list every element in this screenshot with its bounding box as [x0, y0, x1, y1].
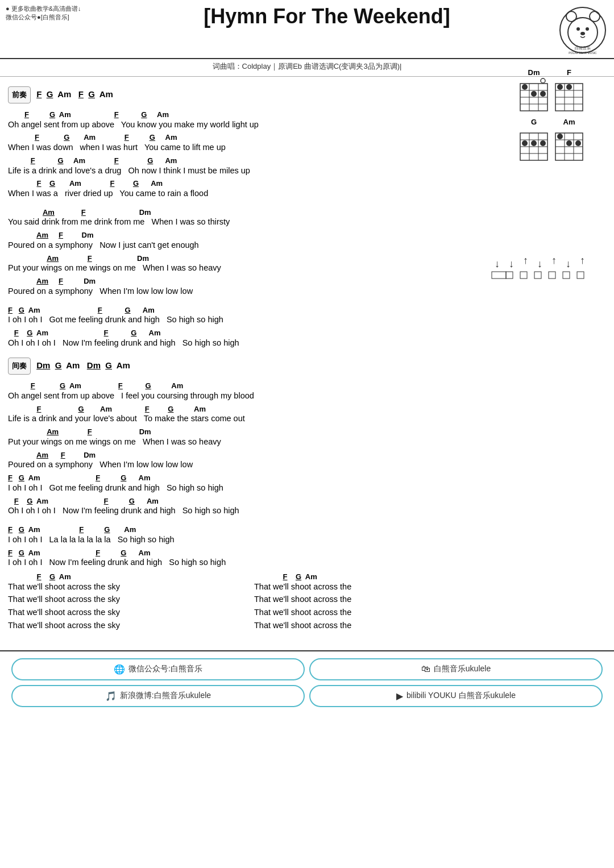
chorus-1-line-3: Am F Dm Put your wings on me wings on me…	[8, 254, 489, 273]
interlude-section: 间奏 Dm G Am Dm G Am	[8, 357, 489, 375]
svg-rect-57	[563, 272, 570, 279]
verse-2-line-6: F G Am F G Am Oh I oh I oh I Now I'm fee…	[8, 497, 489, 516]
verse-2-line-2: F G Am F G Am Life is a drink and your l…	[8, 405, 489, 424]
lyrics-line: I oh I oh I Now I'm feeling drunk and hi…	[8, 557, 489, 568]
chords-line: Am F Dm	[8, 254, 489, 263]
svg-point-17	[540, 91, 546, 97]
chords-line: F G Am F G Am	[8, 549, 489, 558]
chords-line: F G Am F G Am	[8, 329, 489, 338]
chord-row-1: Dm F	[495, 68, 608, 113]
svg-rect-56	[549, 272, 555, 279]
lyrics-line: Oh I oh I oh I Now I'm feeling drunk and…	[8, 338, 489, 348]
footer-video-text: bilibili YOUKU 白熊音乐ukulele	[406, 691, 516, 701]
verse-2: F G Am F G Am Oh angel sent from up abov…	[8, 381, 489, 516]
lyrics-line: Oh angel sent from up above You know you…	[8, 119, 489, 130]
chords-line: Am F Dm	[8, 231, 489, 240]
strum-pattern: ↓ ↓ ↑ ↓ ↑ ↓ ↑	[489, 256, 603, 292]
weibo-icon: 🎵	[105, 691, 117, 701]
verse-2-line-3: Am F Dm Put your wings on me wings on me…	[8, 427, 489, 447]
chords-line: F G Am	[254, 572, 489, 582]
lyrics-line: You said drink from me drink from me Whe…	[8, 217, 489, 227]
chords-line: F G Am F G Am	[8, 525, 489, 534]
svg-point-35	[540, 140, 546, 146]
lyrics-line: That we'll shoot across the	[254, 620, 489, 631]
verse-2-line-4: Am F Dm Poured on a symphony When I'm lo…	[8, 451, 489, 470]
svg-point-44	[575, 140, 581, 146]
svg-point-34	[531, 140, 537, 146]
svg-point-25	[557, 84, 563, 90]
verse-1-line-4: F G Am F G Am When I was a river dried u…	[8, 179, 489, 198]
lyrics-line: That we'll shoot across the	[254, 582, 489, 592]
svg-point-33	[522, 140, 528, 146]
lyrics-line: Life is a drink and your love's about To…	[8, 413, 489, 424]
chorus-1-line-1: Am F Dm You said drink from me drink fro…	[8, 208, 489, 227]
lyrics-line: Oh I oh I oh I Now I'm feeling drunk and…	[8, 505, 489, 516]
page-title: [Hymn For The Weekend]	[97, 5, 557, 28]
chorus-1-line-2: Am F Dm Poured on a symphony Now I just …	[8, 231, 489, 250]
chords-line: F G Am	[8, 572, 243, 582]
chords-line: F G Am F G Am	[8, 405, 489, 414]
verse-2-line-5: F G Am F G Am I oh I oh I Got me feeling…	[8, 474, 489, 493]
svg-point-18	[541, 78, 545, 83]
chord-dm-name: Dm	[528, 68, 540, 77]
lyrics-line: That we'll shoot across the sky	[8, 582, 243, 592]
chorus-1: Am F Dm You said drink from me drink fro…	[8, 208, 489, 297]
svg-point-15	[522, 84, 528, 90]
interlude-label: 间奏	[8, 358, 31, 375]
lyrics-line: Put your wings on me wings on me When I …	[8, 263, 489, 273]
header: ● 更多歌曲教学&高清曲谱↓ 微信公众号●[白熊音乐] [Hymn For Th…	[0, 0, 614, 59]
footer-wechat-text: 微信公众号:白熊音乐	[128, 664, 202, 674]
footer-weibo-text: 新浪微博:白熊音乐ukulele	[120, 691, 211, 701]
svg-point-16	[531, 91, 537, 97]
chords-line: F G Am F G Am	[8, 381, 489, 391]
lyrics-line: Put your wings on me wings on me When I …	[8, 437, 489, 447]
intro-label: 前奏	[8, 86, 31, 103]
wechat-icon: 🌐	[114, 664, 125, 675]
footer-wechat[interactable]: 🌐 微信公众号:白熊音乐	[11, 658, 305, 680]
chord-diagrams: Dm F	[495, 68, 608, 167]
lyrics-line: Poured on a symphony When I'm low low lo…	[8, 459, 489, 470]
lyrics-line: When I was a river dried up You came to …	[8, 188, 489, 199]
svg-point-6	[580, 32, 585, 35]
chords-line: Am F Dm	[8, 208, 489, 217]
svg-text:↓: ↓	[509, 258, 514, 269]
lyrics-line: When I was down when I was hurt You came…	[8, 142, 489, 153]
outro-line-1: F G Am F G Am I oh I oh I La la la la la…	[8, 525, 489, 545]
svg-point-43	[566, 140, 572, 146]
chord-g-name: G	[531, 118, 537, 126]
svg-point-26	[566, 84, 572, 90]
chord-f: F	[553, 68, 585, 113]
brand-logo: 白熊音乐 POLAR BEAR MUSIC	[557, 5, 608, 56]
interlude-chords: Dm G Am Dm G Am	[36, 360, 130, 370]
lyrics-line: That we'll shoot across the	[254, 607, 489, 618]
chorus-1-line-4: Am F Dm Poured on a symphony When I'm lo…	[8, 277, 489, 296]
video-icon: ▶	[396, 691, 403, 701]
svg-rect-52	[492, 272, 506, 279]
verse-1: F G Am F G Am Oh angel sent from up abov…	[8, 110, 489, 199]
chord-dm: Dm	[518, 68, 550, 113]
lyrics-line: I oh I oh I La la la la la la la So high…	[8, 534, 489, 545]
lyrics-line: Poured on a symphony Now I just can't ge…	[8, 240, 489, 251]
lyrics-line: That we'll shoot across the sky	[8, 594, 243, 605]
svg-text:白熊音乐: 白熊音乐	[575, 46, 591, 51]
svg-point-42	[557, 134, 563, 139]
final-right: F G Am That we'll shoot across the That …	[254, 572, 489, 631]
svg-rect-53	[506, 272, 513, 279]
footer-weibo[interactable]: 🎵 新浪微博:白熊音乐ukulele	[11, 685, 305, 707]
lyrics-line: Poured on a symphony When I'm low low lo…	[8, 286, 489, 297]
footer-taobao[interactable]: 🛍 白熊音乐ukulele	[309, 658, 603, 680]
chords-line: Am F Dm	[8, 451, 489, 460]
svg-text:↑: ↑	[580, 256, 585, 266]
taobao-icon: 🛍	[421, 664, 430, 674]
lyrics-line: Oh angel sent from up above I feel you c…	[8, 391, 489, 401]
note-line1: ● 更多歌曲教学&高清曲谱↓	[6, 5, 97, 13]
intro-chords: F G Am F G Am	[36, 89, 113, 99]
note-line2: 微信公众号●[白熊音乐]	[6, 13, 97, 22]
lyrics-line: That we'll shoot across the sky	[8, 607, 243, 618]
footer-video[interactable]: ▶ bilibili YOUKU 白熊音乐ukulele	[309, 685, 603, 707]
lyrics-line: I oh I oh I Got me feeling drunk and hig…	[8, 314, 489, 325]
final-left: F G Am That we'll shoot across the sky T…	[8, 572, 243, 631]
chords-line: Am F Dm	[8, 277, 489, 286]
chord-am-name: Am	[563, 118, 575, 126]
verse-2-line-1: F G Am F G Am Oh angel sent from up abov…	[8, 381, 489, 401]
